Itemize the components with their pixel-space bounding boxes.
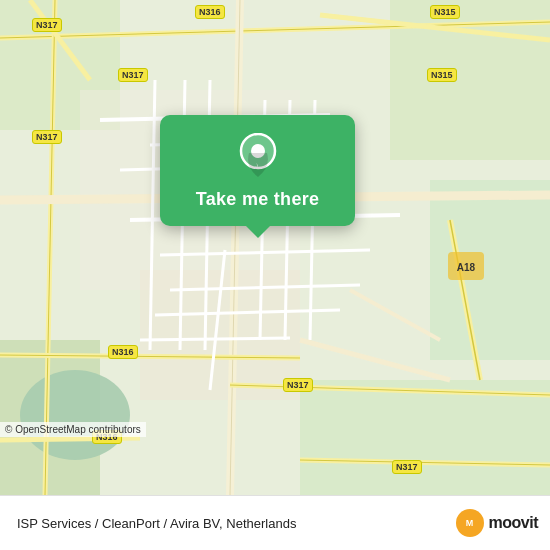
map: A18 Do N317 N316 N315 N317 N315 N317 N31… bbox=[0, 0, 550, 495]
location-country: , Netherlands bbox=[219, 516, 296, 531]
road-badge-n317-tl: N317 bbox=[32, 18, 62, 32]
road-badge-n317-lower: N317 bbox=[283, 378, 313, 392]
moovit-icon: M bbox=[456, 509, 484, 537]
road-badge-n315-right: N315 bbox=[427, 68, 457, 82]
svg-rect-6 bbox=[300, 380, 550, 495]
moovit-text: moovit bbox=[489, 514, 538, 532]
location-pin-icon bbox=[236, 133, 280, 177]
road-badge-n316-lower: N316 bbox=[108, 345, 138, 359]
road-badge-n316-top: N316 bbox=[195, 5, 225, 19]
bottom-bar: ISP Services / CleanPort / Avira BV, Net… bbox=[0, 495, 550, 550]
take-me-there-button[interactable]: Take me there bbox=[196, 189, 320, 210]
location-label: ISP Services / CleanPort / Avira BV, Net… bbox=[12, 516, 456, 531]
road-badge-n317-upper: N317 bbox=[118, 68, 148, 82]
moovit-logo: M moovit bbox=[456, 509, 538, 537]
road-badge-n317-bottom: N317 bbox=[392, 460, 422, 474]
road-badge-n317-left: N317 bbox=[32, 130, 62, 144]
road-badge-n315-top: N315 bbox=[430, 5, 460, 19]
osm-attribution: © OpenStreetMap contributors bbox=[0, 422, 146, 437]
map-svg: A18 Do bbox=[0, 0, 550, 495]
svg-text:A18: A18 bbox=[457, 262, 476, 273]
svg-point-4 bbox=[20, 370, 130, 460]
location-name: ISP Services / CleanPort / Avira BV bbox=[17, 516, 219, 531]
location-popup: Take me there bbox=[160, 115, 355, 226]
